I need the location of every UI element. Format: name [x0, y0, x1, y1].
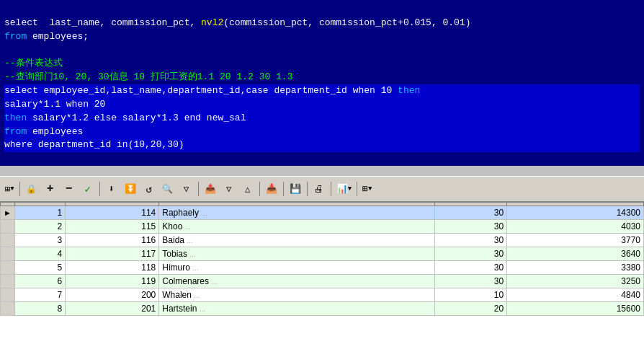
- department-id-cell: 20: [434, 302, 506, 316]
- refresh-button[interactable]: ↺: [140, 180, 158, 198]
- export-icon: 📤: [205, 183, 216, 195]
- new-sal-cell: 3640: [507, 247, 644, 261]
- last-name-cell: Colmenares ...: [159, 275, 435, 288]
- chart-button[interactable]: 📊 ▼: [334, 180, 354, 198]
- new-sal-cell: 3770: [507, 234, 644, 247]
- row-number-cell: 7: [14, 288, 65, 302]
- row-indicator-cell: [1, 247, 15, 261]
- table-row[interactable]: 6119Colmenares ...303250: [1, 275, 644, 288]
- data-grid: ►1114Raphaely ...30143002115Khoo ...3040…: [0, 202, 644, 362]
- sep-3: [198, 182, 199, 196]
- last-name-cell: Hartstein ...: [159, 302, 435, 316]
- export-button[interactable]: 📤: [202, 180, 219, 198]
- row-number-cell: 6: [14, 275, 65, 288]
- lock-button[interactable]: 🔒: [23, 180, 40, 198]
- sort-desc-button[interactable]: ⏬: [122, 180, 139, 198]
- filter-button[interactable]: ▽: [178, 180, 195, 198]
- table-row[interactable]: 7200Whalen ...104840: [1, 288, 644, 302]
- delete-row-button[interactable]: −: [61, 180, 78, 198]
- table-row[interactable]: 4117Tobias ...303640: [1, 247, 644, 261]
- table-row[interactable]: 5118Himuro ...303380: [1, 261, 644, 275]
- grid-toggle-button[interactable]: ⊞ ▼: [3, 180, 17, 198]
- sep-1: [19, 182, 20, 196]
- employee-id-cell: 116: [66, 234, 159, 247]
- table-row[interactable]: ►1114Raphaely ...3014300: [1, 206, 644, 220]
- row-number-cell: 2: [14, 220, 65, 234]
- sort-asc-icon: ⬇: [109, 183, 115, 195]
- chart-arrow: ▼: [348, 185, 352, 193]
- sep-7: [331, 182, 331, 196]
- confirm-button[interactable]: ✓: [79, 180, 97, 198]
- up-button[interactable]: △: [239, 180, 256, 198]
- grid-toggle-icon: ⊞: [5, 184, 10, 195]
- row-indicator-cell: [1, 220, 15, 234]
- plus-icon: +: [47, 182, 54, 195]
- selected-line-2: salary*1.1 when 20: [4, 98, 640, 112]
- employee-id-cell: 201: [66, 302, 159, 316]
- new-sal-cell: 4030: [507, 220, 644, 234]
- filter2-icon: ▽: [226, 184, 231, 195]
- selected-line-1: select employee_id,last_name,department_…: [4, 84, 640, 98]
- row-indicator-cell: [1, 302, 15, 316]
- print-icon: 🖨: [314, 184, 323, 195]
- row-indicator-cell: [1, 234, 15, 247]
- new-sal-cell: 3250: [507, 275, 644, 288]
- save-button[interactable]: 💾: [287, 180, 304, 198]
- row-indicator-cell: [1, 261, 15, 275]
- last-name-cell: Tobias ...: [159, 247, 435, 261]
- department-id-cell: 10: [434, 288, 506, 302]
- row-indicator-cell: [1, 275, 15, 288]
- department-id-cell: 30: [434, 247, 506, 261]
- minus-icon: −: [66, 182, 73, 195]
- sort-asc-button[interactable]: ⬇: [103, 180, 120, 198]
- filter2-button[interactable]: ▽: [220, 180, 238, 198]
- employee-id-cell: 115: [66, 220, 159, 234]
- grid2-button[interactable]: ⊞ ▼: [360, 180, 374, 198]
- new-sal-cell: 3380: [507, 261, 644, 275]
- selected-line-3: then salary*1.2 else salary*1.3 end new_…: [4, 112, 640, 125]
- sep-2: [99, 182, 100, 196]
- table-row[interactable]: 8201Hartstein ...2015600: [1, 302, 644, 316]
- department-id-cell: 30: [434, 220, 506, 234]
- employee-id-cell: 200: [66, 288, 159, 302]
- grid-toggle-arrow: ▼: [10, 185, 14, 193]
- row-indicator-cell: ►: [1, 206, 15, 220]
- sql-editor[interactable]: select last_name, commission_pct, nvl2(c…: [0, 0, 644, 166]
- add-row-button[interactable]: +: [42, 180, 59, 198]
- comment-case: --条件表达式: [4, 58, 63, 69]
- row-number-cell: 5: [14, 261, 65, 275]
- sep-6: [307, 182, 308, 196]
- row-indicator-cell: [1, 288, 15, 302]
- sep-5: [283, 182, 284, 196]
- department-id-cell: 30: [434, 275, 506, 288]
- from-line: from employees;: [4, 31, 89, 42]
- lock-icon: 🔒: [26, 184, 37, 195]
- import-button[interactable]: 📥: [263, 180, 280, 198]
- new-sal-cell: 4840: [507, 288, 644, 302]
- sep-8: [357, 182, 357, 196]
- filter-icon: ▽: [184, 184, 189, 195]
- table-row[interactable]: 3116Baida ...303770: [1, 234, 644, 247]
- grid-toolbar: ⊞ ▼ 🔒 + − ✓ ⬇ ⏬ ↺ 🔍 ▽ 📤 ▽ △ 📥 💾: [0, 176, 644, 202]
- sort-desc-icon: ⏬: [125, 183, 136, 195]
- last-name-cell: Whalen ...: [159, 288, 435, 302]
- grid2-arrow: ▼: [368, 185, 372, 193]
- employee-id-cell: 114: [66, 206, 159, 220]
- employee-id-cell: 118: [66, 261, 159, 275]
- sep-4: [259, 182, 260, 196]
- row-number-cell: 4: [14, 247, 65, 261]
- up-icon: △: [245, 184, 250, 195]
- row-number-cell: 3: [14, 234, 65, 247]
- employee-id-cell: 119: [66, 275, 159, 288]
- search-icon: 🔍: [162, 184, 173, 195]
- check-icon: ✓: [84, 183, 90, 195]
- refresh-icon: ↺: [146, 183, 151, 195]
- save-icon: 💾: [290, 183, 301, 195]
- new-sal-cell: 15600: [507, 302, 644, 316]
- new-sal-cell: 14300: [507, 206, 644, 220]
- department-id-cell: 30: [434, 234, 506, 247]
- table-row[interactable]: 2115Khoo ...304030: [1, 220, 644, 234]
- row-number-cell: 8: [14, 302, 65, 316]
- search-button[interactable]: 🔍: [159, 180, 176, 198]
- print-button[interactable]: 🖨: [310, 180, 328, 198]
